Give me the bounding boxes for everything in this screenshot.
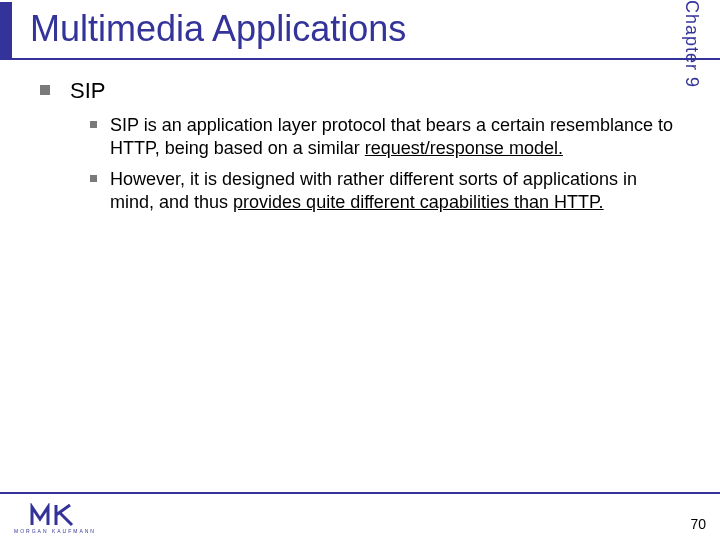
sub-bullet: SIP is an application layer protocol tha… xyxy=(70,114,680,160)
content-area: SIP SIP is an application layer protocol… xyxy=(0,60,720,214)
square-bullet-icon xyxy=(90,121,97,128)
page-title: Multimedia Applications xyxy=(30,8,406,50)
square-bullet-icon xyxy=(40,85,50,95)
sub-list: SIP is an application layer protocol tha… xyxy=(70,114,680,214)
page-number: 70 xyxy=(690,516,706,532)
publisher-name: MORGAN KAUFMANN xyxy=(14,528,96,534)
sub-bullet-text-underlined: request/response model. xyxy=(365,138,563,158)
square-bullet-icon xyxy=(90,175,97,182)
main-list: SIP SIP is an application layer protocol… xyxy=(40,78,680,214)
main-bullet: SIP SIP is an application layer protocol… xyxy=(40,78,680,214)
header-region: Multimedia Applications xyxy=(0,0,720,60)
main-bullet-text: SIP xyxy=(70,78,105,103)
footer: MORGAN KAUFMANN 70 xyxy=(0,492,720,540)
publisher-logo: MORGAN KAUFMANN xyxy=(14,503,96,534)
sub-bullet-text-underlined: provides quite different capabilities th… xyxy=(233,192,604,212)
mk-logo-icon xyxy=(30,503,80,527)
sub-bullet: However, it is designed with rather diff… xyxy=(70,168,680,214)
